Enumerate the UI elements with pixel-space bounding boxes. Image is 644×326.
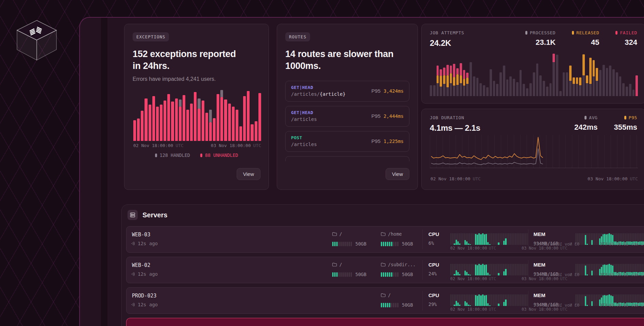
server-row[interactable]: WEB-02 12s ago / 50GB /subd	[126, 257, 644, 283]
exception-bar	[156, 107, 159, 141]
cpu-sparkline	[450, 294, 528, 306]
spark-slot	[454, 233, 455, 245]
spark-slot	[454, 294, 455, 306]
exception-bar	[194, 92, 197, 141]
attempt-bar	[463, 70, 465, 96]
attempt-bar	[473, 76, 475, 96]
exceptions-axis: 02 Nov 18:00:00UTC 03 Nov 18:00:00UTC	[133, 143, 261, 148]
axis-label: 02 Nov 18:00:00UTC	[600, 242, 644, 247]
exception-bar	[209, 110, 212, 141]
stat-pill	[615, 31, 617, 35]
spark-slot	[489, 264, 490, 275]
servers-header: Servers	[126, 209, 644, 220]
spark-slot	[516, 294, 517, 306]
disk-tick	[391, 272, 392, 277]
spark-slot	[450, 264, 452, 275]
spark-bar	[464, 301, 466, 306]
spark-slot	[457, 294, 459, 306]
spark-slot	[487, 233, 489, 245]
exception-bar	[251, 124, 253, 141]
attempt-bar	[582, 54, 585, 96]
spark-slot	[482, 264, 484, 275]
route-row[interactable]: GET|HEAD /articles/{article} P95 3,424ms	[285, 81, 409, 102]
spark-bar	[456, 270, 457, 275]
mem-label: MEM	[533, 262, 545, 268]
exception-bar	[228, 104, 231, 141]
job-attempts-value: 24.2K	[430, 38, 464, 48]
attempt-bar	[456, 68, 459, 96]
disk-tick	[349, 242, 350, 246]
spark-bar	[503, 302, 505, 306]
spark-slot	[475, 294, 476, 306]
column-divider	[422, 260, 423, 280]
spark-bar	[489, 275, 490, 275]
route-row[interactable]: GET|HEAD /articles P95 2,444ms	[285, 106, 409, 127]
attempt-bar	[606, 68, 608, 96]
spark-slot	[480, 294, 481, 306]
spark-slot	[452, 264, 453, 275]
routes-view-button[interactable]: View	[386, 168, 409, 180]
spark-slot	[473, 264, 475, 275]
exception-bar	[160, 105, 163, 141]
disk-tick	[395, 242, 396, 246]
spark-slot	[466, 294, 468, 306]
cpu-percent: 29%	[428, 302, 437, 307]
spark-slot	[478, 294, 480, 306]
spark-slot	[461, 294, 462, 306]
disk-tick	[383, 272, 384, 277]
stat-label: PROCESSED	[525, 30, 556, 35]
spark-bar	[466, 241, 468, 245]
job-attempts-card: JOB ATTEMPTS 24.2K PROCESSED23.1KRELEASE…	[421, 24, 644, 104]
server-row[interactable]: WEB-03 12s ago / 50GB /home	[126, 226, 644, 253]
spark-slot	[452, 294, 453, 306]
disk-tick	[340, 242, 342, 246]
exceptions-view-button[interactable]: View	[237, 168, 260, 180]
disk-tick	[334, 242, 336, 246]
spark-slot	[510, 233, 512, 245]
spark-bar	[468, 243, 469, 245]
spark-slot	[470, 294, 471, 306]
spark-slot	[493, 294, 494, 306]
attempt-bar	[559, 91, 562, 96]
disk-tick	[391, 303, 392, 307]
disk-tick	[381, 303, 382, 307]
spark-bar	[470, 275, 471, 275]
exception-bar	[198, 98, 200, 141]
spark-bar	[457, 241, 459, 245]
server-last-seen: 12s ago	[131, 241, 158, 246]
signal-icon	[131, 302, 136, 307]
mem-axis-mirrored: 02 Nov 18:00:00UTC03 Nov 18:00:00UTC	[533, 242, 644, 247]
exception-bar	[255, 121, 257, 141]
exception-bar	[239, 126, 242, 141]
spark-bar	[478, 264, 480, 275]
attempt-bar	[520, 70, 522, 96]
cpu-label: CPU	[428, 231, 439, 237]
folder-icon	[381, 293, 386, 297]
spark-bar	[477, 296, 478, 306]
attempt-bar	[437, 66, 439, 96]
job-attempts-chart	[430, 53, 638, 96]
stat-column: AVG242ms	[574, 115, 598, 132]
spark-slot	[459, 294, 460, 306]
exception-bar	[232, 107, 235, 141]
alert-banner[interactable]	[126, 318, 644, 326]
spark-bar	[459, 305, 460, 306]
attempt-bar	[599, 70, 601, 96]
attempt-bar	[549, 83, 552, 96]
cpu-sparkline	[450, 264, 528, 275]
spark-bar	[466, 272, 468, 275]
stat-pill	[624, 116, 626, 120]
attempt-bar	[529, 83, 532, 96]
spark-bar	[475, 234, 476, 245]
spark-slot	[494, 233, 496, 245]
spark-bar	[478, 294, 480, 306]
spark-slot	[491, 264, 492, 275]
legend-label: 88 UNHANDLED	[205, 152, 238, 158]
spark-slot	[516, 233, 517, 245]
spark-slot	[484, 294, 485, 306]
server-row[interactable]: PROD-023 12s ago /	[126, 287, 644, 314]
disk-tick	[334, 272, 336, 277]
spark-slot	[498, 294, 499, 306]
route-row[interactable]: POST /articles P95 1,225ms	[285, 131, 409, 152]
spark-slot	[505, 294, 506, 306]
